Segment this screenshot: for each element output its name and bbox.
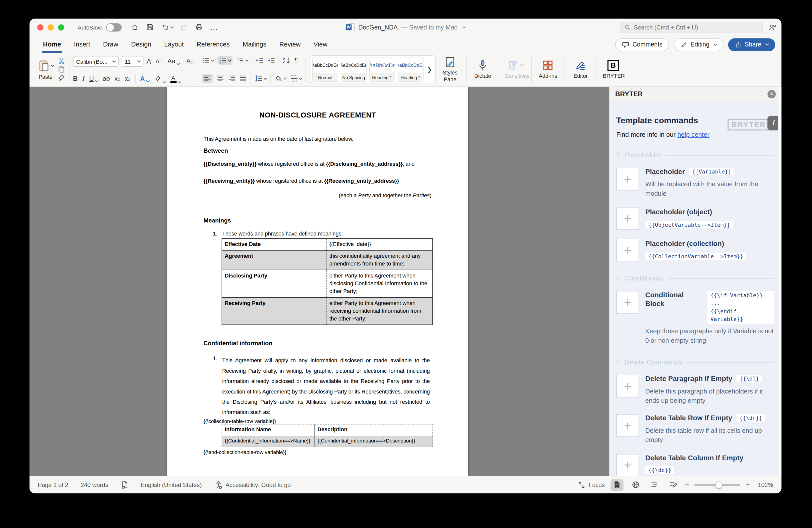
undo-button[interactable] (161, 23, 173, 31)
zoom-out-button[interactable]: − (685, 481, 689, 489)
superscript-button[interactable]: x2 (125, 75, 130, 82)
tab-design[interactable]: Design (131, 41, 151, 48)
copy-icon[interactable] (58, 65, 65, 73)
style-normal[interactable]: AaBbCcDdEe Normal (312, 57, 338, 82)
zoom-slider[interactable] (695, 484, 740, 486)
format-painter-icon[interactable] (58, 74, 65, 81)
word-count[interactable]: 240 words (81, 482, 108, 488)
tab-references[interactable]: References (197, 41, 230, 48)
redo-button[interactable] (180, 23, 188, 31)
home-icon[interactable] (131, 23, 139, 31)
italic-button[interactable]: I (82, 75, 85, 82)
text-effects-button[interactable]: A (140, 75, 149, 82)
focus-mode-button[interactable]: Focus (578, 481, 605, 488)
tab-mailings[interactable]: Mailings (243, 41, 266, 48)
grow-font-button[interactable]: Aˆ (146, 58, 152, 65)
pane-scrollbar[interactable] (778, 87, 781, 476)
search-input[interactable] (634, 24, 753, 30)
align-left-button[interactable] (202, 74, 213, 83)
clear-formatting-button[interactable]: A◇ (186, 58, 194, 64)
font-size-select[interactable]: 11 (122, 56, 144, 67)
zoom-window-button[interactable] (58, 24, 64, 30)
share-button[interactable]: Share (728, 38, 775, 51)
tab-draw[interactable]: Draw (103, 41, 118, 48)
document-canvas[interactable]: NON-DISCLOSURE AGREEMENT This Agreement … (29, 87, 609, 476)
search-box[interactable] (620, 21, 763, 33)
zoom-slider-thumb[interactable] (715, 481, 723, 488)
presence-people-icon[interactable] (768, 23, 776, 33)
bullets-button[interactable] (202, 57, 214, 64)
shrink-font-button[interactable]: Aˇ (156, 59, 161, 64)
title-dropdown-chevron-icon[interactable] (462, 25, 466, 28)
section-delete-commands[interactable]: ▽ Delete Commands (616, 358, 774, 366)
align-center-button[interactable] (217, 75, 224, 82)
undo-dropdown-chevron-icon[interactable] (170, 25, 174, 28)
dictate-button[interactable]: Dictate (469, 54, 496, 84)
font-name-select[interactable]: Calibri (Bo... (73, 56, 118, 67)
section-conditionals[interactable]: ▽ Conditionals (616, 275, 774, 282)
bold-button[interactable]: B (73, 75, 78, 82)
outline-view-button[interactable] (648, 479, 661, 490)
justify-button[interactable] (239, 75, 247, 82)
tab-view[interactable]: View (314, 41, 328, 48)
card-placeholder-collection[interactable]: + Placeholder (collection) {{CollectionV… (616, 239, 774, 262)
comments-button[interactable]: Comments (615, 38, 669, 51)
align-right-button[interactable] (228, 75, 235, 82)
insert-plus-icon[interactable]: + (616, 375, 639, 398)
document-page[interactable]: NON-DISCLOSURE AGREEMENT This Agreement … (167, 87, 468, 476)
card-placeholder-object[interactable]: + Placeholder (object) {{ObjectVariable-… (616, 207, 774, 230)
proofing-status-icon[interactable] (120, 481, 128, 489)
font-color-button[interactable]: A (170, 75, 180, 83)
web-layout-view-button[interactable] (629, 479, 642, 490)
paste-button[interactable]: Paste (34, 54, 58, 84)
add-ins-button[interactable]: Add-ins (535, 54, 562, 84)
zoom-percentage[interactable]: 102% (755, 482, 773, 488)
section-collapse-icon[interactable]: ▽ (616, 152, 620, 158)
sort-button[interactable]: AZ (283, 57, 291, 64)
print-icon[interactable] (195, 23, 203, 31)
help-center-link[interactable]: help center (678, 131, 710, 138)
autosave-toggle[interactable] (106, 23, 121, 31)
cut-icon[interactable] (58, 57, 65, 64)
change-case-button[interactable]: Aa (168, 58, 179, 64)
insert-plus-icon[interactable]: + (616, 414, 639, 437)
language-status[interactable]: English (United States) (141, 482, 202, 488)
editor-button[interactable]: Editor (567, 54, 594, 84)
card-delete-column[interactable]: + Delete Table Column If Empty {{\dc}} D… (616, 454, 774, 476)
card-delete-paragraph[interactable]: + Delete Paragraph If Empty {{\dl} Delet… (616, 375, 774, 406)
zoom-in-button[interactable]: + (746, 481, 750, 489)
strikethrough-button[interactable]: ab (103, 75, 110, 82)
subscript-button[interactable]: x2 (115, 75, 120, 82)
borders-button[interactable] (290, 75, 302, 82)
sensitivity-button[interactable]: Sensitivity (502, 54, 529, 84)
style-heading1[interactable]: AaBbCcDc Heading 1 (369, 57, 395, 82)
close-window-button[interactable] (37, 24, 44, 30)
line-spacing-button[interactable] (255, 75, 267, 82)
accessibility-status[interactable]: Accessibility: Good to go (214, 481, 291, 489)
decrease-indent-button[interactable] (256, 57, 263, 64)
styles-pane-button[interactable]: Styles Pane (437, 54, 464, 84)
section-collapse-icon[interactable]: ▽ (616, 276, 620, 281)
card-placeholder[interactable]: + Placeholder {{Variable}} Will be repla… (616, 168, 774, 198)
save-icon[interactable] (146, 23, 154, 31)
style-no-spacing[interactable]: AaBbCcDdEe No Spacing (341, 57, 367, 82)
style-heading2[interactable]: AaBbCcDdEe Heading 2 (398, 57, 424, 82)
editing-mode-button[interactable]: Editing (674, 38, 723, 51)
insert-plus-icon[interactable]: + (616, 291, 639, 314)
multilevel-list-button[interactable]: 1ai (236, 57, 248, 64)
more-toolbar-button[interactable]: … (210, 23, 218, 31)
tab-review[interactable]: Review (279, 41, 301, 48)
section-placeholder[interactable]: ▽ Placeholder (616, 151, 774, 159)
print-layout-view-button[interactable] (610, 479, 624, 490)
insert-plus-icon[interactable]: + (616, 207, 639, 230)
increase-indent-button[interactable] (267, 57, 275, 64)
bryter-ribbon-button[interactable]: B BRYTER (600, 54, 627, 84)
insert-plus-icon[interactable]: + (616, 454, 639, 476)
page-count[interactable]: Page 1 of 2 (38, 482, 68, 488)
underline-button[interactable]: U (89, 75, 98, 82)
draft-view-button[interactable] (667, 479, 680, 490)
tab-layout[interactable]: Layout (164, 41, 184, 48)
highlight-button[interactable] (154, 75, 165, 83)
insert-plus-icon[interactable]: + (616, 239, 639, 262)
minimize-window-button[interactable] (48, 24, 54, 30)
